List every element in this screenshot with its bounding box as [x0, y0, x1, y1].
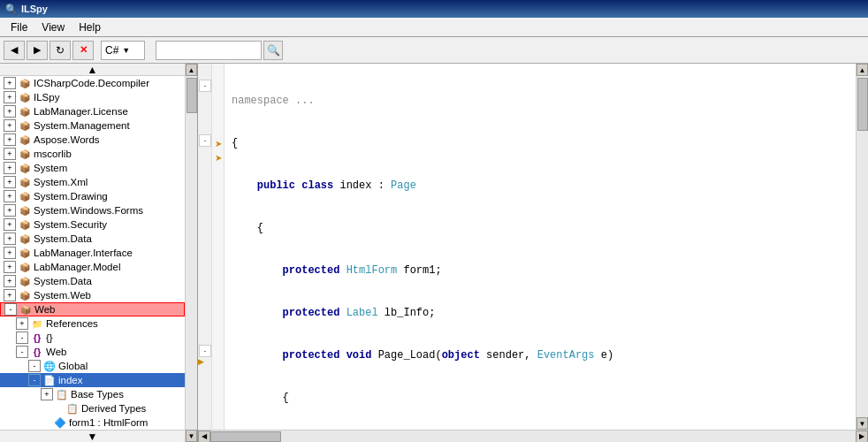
gutter-space: [198, 65, 211, 80]
expand-btn[interactable]: +: [4, 289, 16, 301]
tree-item-system-security[interactable]: + 📦 System.Security: [0, 217, 185, 232]
expand-btn[interactable]: +: [4, 190, 16, 202]
forward-button[interactable]: ▶: [27, 41, 48, 60]
folder-icon: 📁: [30, 316, 44, 331]
back-button[interactable]: ◀: [4, 41, 25, 60]
code-hsb-right[interactable]: ▶: [856, 431, 868, 443]
tree-item-system-web[interactable]: + 📦 System.Web: [0, 288, 185, 302]
code-line: {: [232, 221, 849, 235]
tree-item-system-windows-forms[interactable]: + 📦 System.Windows.Forms: [0, 203, 185, 217]
tree-item-form1[interactable]: 🔷 form1 : HtmlForm: [0, 415, 185, 430]
tree-item-system-drawing[interactable]: + 📦 System.Drawing: [0, 189, 185, 203]
tree-item-index[interactable]: - 📄 index: [0, 373, 185, 387]
tree-item-system-data2[interactable]: + 📦 System.Data: [0, 274, 185, 288]
assembly-icon: 📦: [18, 288, 32, 302]
code-line: namespace ...: [232, 94, 849, 108]
assembly-icon: 📦: [18, 217, 32, 232]
expand-btn[interactable]: +: [4, 204, 16, 217]
assembly-icon: 📦: [18, 232, 32, 246]
code-sb-up[interactable]: ▲: [857, 64, 868, 76]
code-sb-thumb[interactable]: [857, 78, 868, 131]
menu-help[interactable]: Help: [72, 19, 108, 35]
fold-class[interactable]: -: [199, 80, 211, 92]
tree-item-aspose-words[interactable]: + 📦 Aspose.Words: [0, 133, 185, 147]
tree-item-web-namespace[interactable]: - {} Web: [0, 345, 185, 359]
tree-label: System.Management: [34, 120, 130, 131]
tree-item-global[interactable]: - 🌐 Global: [0, 359, 185, 373]
tree-label: Web: [34, 304, 55, 315]
tree-scroll-down[interactable]: ▼: [0, 430, 185, 442]
tree-item-web[interactable]: - 📦 Web: [0, 302, 185, 316]
code-sb-track[interactable]: [857, 76, 868, 417]
search-input[interactable]: [156, 41, 262, 60]
expand-btn[interactable]: +: [4, 218, 16, 231]
tree-label: {}: [46, 332, 53, 343]
app-title: ILSpy: [21, 4, 48, 14]
tree-item-system-xml[interactable]: + 📦 System.Xml: [0, 175, 185, 189]
code-hsb-left[interactable]: ◀: [198, 431, 210, 443]
tree-sb-up[interactable]: ▲: [186, 64, 197, 76]
expand-btn[interactable]: +: [4, 247, 16, 259]
refresh-button[interactable]: ↻: [49, 41, 71, 60]
search-button[interactable]: 🔍: [263, 41, 283, 60]
tree-label: System: [34, 163, 67, 173]
code-hsb-track[interactable]: [210, 431, 856, 443]
expand-icsharpcode[interactable]: +: [4, 77, 16, 89]
tree-label: Global: [58, 361, 88, 371]
expand-btn[interactable]: +: [16, 317, 28, 330]
tree-item-mscorlib[interactable]: + 📦 mscorlib: [0, 147, 185, 161]
expand-btn[interactable]: +: [4, 275, 16, 287]
tree-scroll-up[interactable]: ▲: [0, 64, 185, 76]
expand-btn[interactable]: +: [4, 261, 16, 273]
tree-sb-track[interactable]: [186, 76, 197, 430]
bookmark-arrow2[interactable]: ➤: [215, 150, 222, 164]
tree-item-references[interactable]: + 📁 References: [0, 316, 185, 331]
expand-btn[interactable]: +: [4, 119, 16, 132]
tree-item-labmanager-model[interactable]: + 📦 LabManager.Model: [0, 260, 185, 274]
expand-btn[interactable]: +: [4, 148, 16, 160]
titlebar: 🔍 ILSpy: [0, 0, 868, 18]
tree-item-base-types[interactable]: + 📋 Base Types: [0, 387, 185, 401]
tree-panel: ▲ + 📦 ICSharpCode.Decompiler + 📦 ILSpy: [0, 64, 185, 442]
assembly-icon: 📦: [18, 90, 32, 104]
tree-sb-down[interactable]: ▼: [186, 430, 197, 442]
stop-button[interactable]: ✕: [72, 41, 94, 60]
expand-web[interactable]: -: [4, 303, 17, 316]
tree-item-empty-namespace[interactable]: - {} {}: [0, 331, 185, 345]
fold-method2[interactable]: -: [199, 345, 211, 357]
gutter-arrow-right[interactable]: ▶: [198, 357, 204, 366]
expand-btn[interactable]: +: [4, 133, 16, 146]
expand-btn[interactable]: -: [16, 332, 28, 344]
fold-method1[interactable]: -: [199, 134, 211, 147]
tree-content: + 📦 ICSharpCode.Decompiler + 📦 ILSpy + 📦…: [0, 76, 185, 430]
expand-btn[interactable]: +: [41, 388, 53, 400]
code-hsb-thumb[interactable]: [210, 431, 281, 442]
tree-item-system-data[interactable]: + 📦 System.Data: [0, 232, 185, 246]
expand-btn[interactable]: +: [4, 232, 16, 245]
tree-item-ilspy[interactable]: + 📦 ILSpy: [0, 90, 185, 104]
expand-btn[interactable]: +: [4, 162, 16, 174]
tree-label: LabManager.Interface: [34, 248, 133, 258]
tree-item-labmanager-interface[interactable]: + 📦 LabManager.Interface: [0, 246, 185, 260]
expand-btn[interactable]: +: [4, 176, 16, 188]
expand-btn[interactable]: -: [16, 346, 28, 358]
bookmark-arrow1[interactable]: ➤: [215, 136, 222, 150]
menu-file[interactable]: File: [4, 19, 34, 35]
expand-ilspy[interactable]: +: [4, 91, 16, 103]
assembly-icon: 📦: [18, 189, 32, 203]
tree-item-icsharpcode[interactable]: + 📦 ICSharpCode.Decompiler: [0, 76, 185, 90]
menu-view[interactable]: View: [34, 19, 72, 35]
tree-item-system[interactable]: + 📦 System: [0, 161, 185, 175]
tree-sb-thumb[interactable]: [187, 78, 197, 113]
expand-btn[interactable]: -: [28, 374, 41, 386]
expand-btn[interactable]: -: [28, 360, 41, 372]
language-selector[interactable]: C# ▼: [101, 41, 145, 60]
expand-btn[interactable]: +: [4, 105, 16, 118]
tree-item-labmanager-license[interactable]: + 📦 LabManager.License: [0, 104, 185, 118]
tree-label: System.Data: [34, 276, 92, 286]
tree-label: Aspose.Words: [34, 134, 100, 145]
code-sb-down[interactable]: ▼: [857, 417, 868, 430]
tree-item-derived-types[interactable]: 📋 Derived Types: [0, 401, 185, 415]
tree-label: Derived Types: [81, 403, 146, 414]
tree-item-system-management[interactable]: + 📦 System.Management: [0, 118, 185, 133]
